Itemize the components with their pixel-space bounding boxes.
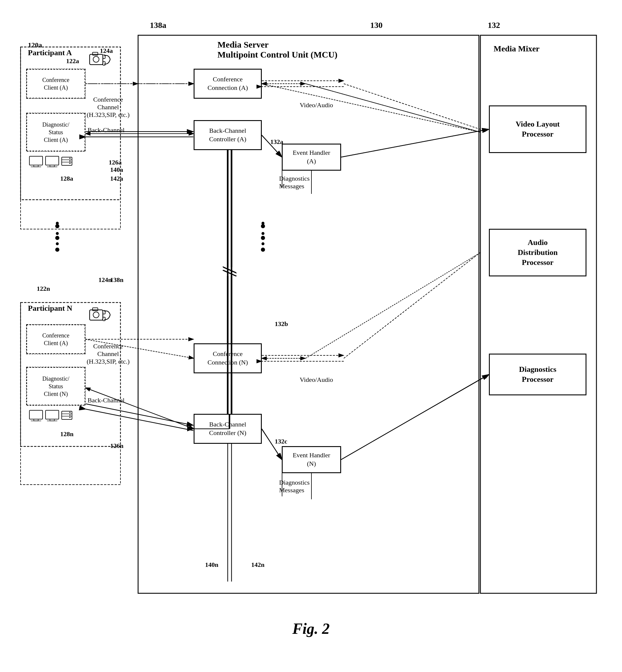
svg-point-51 [56, 242, 59, 245]
svg-line-106 [341, 129, 489, 157]
ref-142n: 142n [251, 561, 265, 569]
ref-132b: 132b [275, 320, 288, 328]
ref-128n: 128n [60, 430, 73, 438]
audio-dist-label: Audio Distribution Processor [518, 238, 558, 267]
diag-msg-a: Diagnostics Messages [279, 175, 310, 190]
camera-icon-n [88, 306, 112, 327]
svg-line-22 [262, 84, 480, 132]
svg-line-115 [341, 375, 489, 460]
svg-point-56 [93, 57, 99, 62]
svg-line-38 [85, 388, 194, 429]
conf-connection-a-box: Conference Connection (A) [194, 69, 262, 98]
video-audio-a: Video/Audio [300, 101, 333, 109]
event-handler-n-label: Event Handler (N) [292, 451, 330, 468]
media-mixer-label: Media Mixer [494, 44, 540, 54]
svg-line-46 [306, 253, 480, 358]
ref-120a: 120a [28, 41, 42, 49]
svg-point-73 [93, 312, 99, 318]
video-audio-n: Video/Audio [300, 376, 333, 384]
ref-122a: 122a [66, 57, 79, 65]
svg-point-122 [261, 248, 265, 252]
event-handler-n-box: Event Handler (N) [282, 447, 341, 473]
svg-point-52 [262, 222, 265, 225]
svg-line-111 [344, 253, 480, 358]
svg-point-119 [55, 248, 59, 252]
diag-client-a-box: Diagnostic/ Status Client (A) [27, 113, 85, 151]
diagram-container: 130 132 138a Media Server Multipoint Con… [12, 12, 610, 643]
diag-proc-label: Diagnostics Processor [519, 364, 556, 385]
diag-msg-n: Diagnostics Messages [279, 479, 310, 494]
svg-line-28 [341, 129, 489, 157]
ref-140a: 140a [110, 166, 123, 174]
event-handler-a-box: Event Handler (A) [282, 144, 341, 170]
svg-point-70 [69, 161, 71, 162]
back-channel-ctrl-a-box: Back-Channel Controller (A) [194, 120, 262, 150]
svg-rect-72 [90, 310, 103, 320]
svg-point-117 [55, 224, 59, 228]
ref-132c: 132c [275, 437, 287, 445]
diag-proc-box: Diagnostics Processor [489, 354, 586, 395]
ref-126n: 126n [110, 442, 124, 450]
ref-142a: 142a [110, 175, 123, 182]
svg-rect-77 [29, 410, 43, 419]
mcu-title: Media Server Multipoint Control Unit (MC… [217, 40, 338, 60]
svg-rect-63 [45, 156, 59, 165]
svg-point-118 [55, 236, 59, 240]
svg-rect-60 [29, 156, 43, 165]
svg-rect-55 [90, 54, 103, 65]
conf-channel-a: Conference Channel (H.323,SIP, etc.) [87, 88, 130, 119]
conf-connection-n-box: Conference Connection (N) [194, 344, 262, 373]
video-layout-box: Video Layout Processor [489, 106, 586, 153]
ref-124n: 124n [98, 276, 112, 284]
ref-138a: 138a [150, 21, 166, 30]
svg-line-33 [223, 270, 237, 276]
svg-point-121 [261, 236, 265, 240]
conf-connection-n-label: Conference Connection (N) [207, 350, 248, 366]
ref-138n: 138n [110, 276, 124, 284]
svg-point-53 [262, 232, 265, 235]
video-layout-label: Video Layout Processor [516, 119, 560, 139]
svg-point-54 [262, 242, 265, 245]
participant-a-label: Participant A [28, 48, 72, 57]
svg-point-120 [261, 224, 265, 228]
svg-point-50 [56, 232, 59, 235]
conf-client-a-label: Conference Client (A) [42, 76, 69, 91]
ref-130: 130 [370, 21, 383, 30]
back-channel-ctrl-a-label: Back-Channel Controller (A) [209, 127, 246, 143]
svg-line-112 [86, 404, 193, 425]
conf-connection-a-label: Conference Connection (A) [207, 75, 248, 92]
svg-line-41 [341, 375, 489, 460]
conf-client-n-label: Conference Client (A) [42, 331, 69, 347]
diag-client-n-label: Diagnostic/ Status Client (N) [42, 375, 69, 398]
ref-132a: 132a [270, 138, 283, 146]
svg-rect-80 [45, 410, 59, 419]
back-channel-ctrl-n-label: Back-Channel Controller (N) [209, 420, 246, 437]
svg-line-100 [223, 270, 236, 276]
svg-point-88 [69, 417, 71, 418]
back-channel-a-label: Back-Channel [88, 126, 125, 134]
svg-point-71 [69, 163, 71, 164]
back-channel-ctrl-n-box: Back-Channel Controller (N) [194, 414, 262, 444]
fig-caption: Fig. 2 [292, 620, 330, 637]
diag-client-n-box: Diagnostic/ Status Client (N) [27, 367, 85, 405]
svg-line-39 [85, 388, 194, 429]
diag-client-a-label: Diagnostic/ Status Client (A) [42, 121, 69, 144]
svg-point-49 [56, 222, 59, 225]
participant-n-label: Participant N [28, 304, 72, 313]
svg-line-99 [223, 267, 236, 273]
svg-line-94 [344, 84, 480, 129]
computer-icons-n [28, 410, 84, 426]
svg-rect-74 [93, 308, 98, 311]
ref-126a: 126a [109, 158, 122, 166]
conf-channel-n: Conference Channel (H.323,SIP, etc.) [87, 335, 130, 365]
camera-icon-a [88, 50, 112, 72]
svg-line-32 [223, 267, 237, 273]
audio-dist-box: Audio Distribution Processor [489, 229, 586, 276]
ref-132: 132 [488, 21, 500, 30]
event-handler-a-label: Event Handler (A) [292, 149, 330, 165]
conf-client-a-box: Conference Client (A) [27, 69, 85, 98]
computer-icons-a [28, 156, 84, 172]
ref-128a: 128a [60, 175, 73, 182]
back-channel-n-label: Back-Channel [88, 396, 125, 404]
svg-line-113 [86, 409, 193, 431]
